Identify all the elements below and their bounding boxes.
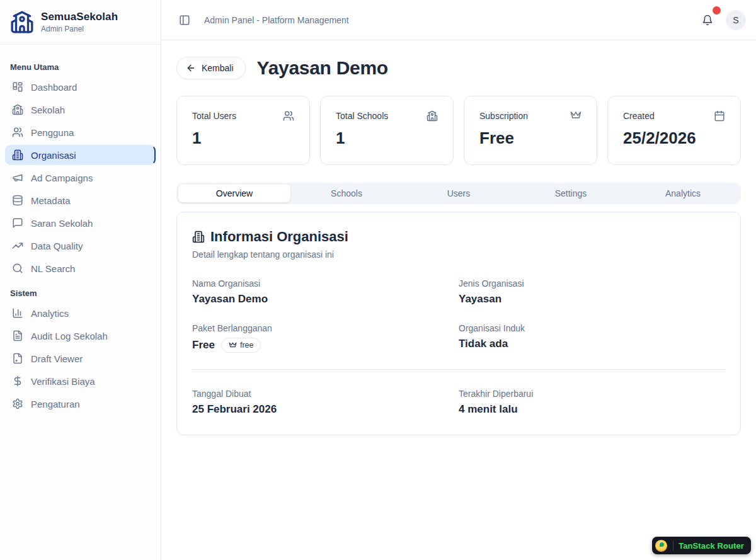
info-field-label: Paket Berlangganan <box>192 323 459 333</box>
bar-chart-icon <box>12 307 23 319</box>
stat-cards-row: Total Users 1 Total Schools 1 Subscripti… <box>176 96 741 165</box>
info-card-title: Informasi Organisasi <box>210 229 348 245</box>
info-field-label: Jenis Organisasi <box>459 278 725 289</box>
brand-subtitle: Admin Panel <box>41 25 118 33</box>
users-icon <box>12 127 23 138</box>
info-field-label: Nama Organisasi <box>192 278 459 289</box>
sidebar-section: Sistem Analytics Audit Log Sekolah Draft… <box>5 289 156 414</box>
info-field-paket-berlangganan: Paket Berlangganan Free free <box>192 323 459 353</box>
sidebar-header: SemuaSekolah Admin Panel <box>0 0 161 45</box>
database-icon <box>12 195 23 206</box>
sidebar-item-ad-campaigns[interactable]: Ad Campaigns <box>5 168 156 188</box>
plan-badge: free <box>221 338 261 353</box>
message-icon <box>12 217 23 229</box>
devtools-label: TanStack Router <box>679 541 744 551</box>
info-grid: Tanggal Dibuat 25 Februari 2026 Terakhir… <box>192 389 725 416</box>
notification-dot <box>713 6 721 14</box>
stat-value: 1 <box>192 129 294 148</box>
school-icon <box>427 110 438 122</box>
sidebar-item-pengaturan[interactable]: Pengaturan <box>5 394 156 414</box>
notifications-button[interactable] <box>698 11 717 30</box>
sidebar-item-sekolah[interactable]: Sekolah <box>5 100 156 120</box>
stat-value: Free <box>479 129 581 148</box>
back-button[interactable]: Kembali <box>176 57 246 79</box>
info-field-value: Free <box>192 339 215 351</box>
topbar: Admin Panel - Platform Management S <box>161 0 756 40</box>
sidebar-item-saran-sekolah[interactable]: Saran Sekolah <box>5 213 156 233</box>
stat-card-total-schools: Total Schools 1 <box>320 96 454 165</box>
sidebar-item-data-quality[interactable]: Data Quality <box>5 236 156 256</box>
gear-icon <box>12 398 23 409</box>
brand-name: SemuaSekolah <box>41 11 118 23</box>
brand-block: SemuaSekolah Admin Panel <box>41 11 118 33</box>
sidebar-nav: Menu Utama Dashboard Sekolah Pengguna Or… <box>0 45 161 424</box>
school-icon <box>12 104 23 115</box>
tab-users[interactable]: Users <box>403 185 515 202</box>
sidebar-item-pengguna[interactable]: Pengguna <box>5 122 156 142</box>
sidebar-section-label: Menu Utama <box>10 62 151 72</box>
info-divider <box>192 369 725 370</box>
info-field-jenis-organisasi: Jenis Organisasi Yayasan <box>459 278 725 306</box>
sidebar-item-verifikasi-biaya[interactable]: Verifikasi Biaya <box>5 371 156 391</box>
sidebar-item-nl-search[interactable]: NL Search <box>5 258 156 278</box>
stat-label: Created <box>623 111 655 121</box>
info-field-label: Terakhir Diperbarui <box>459 389 725 399</box>
crown-icon <box>229 341 237 350</box>
building-icon <box>12 149 23 161</box>
devtools-separator <box>673 541 673 551</box>
sidebar-section-label: Sistem <box>10 289 151 298</box>
stat-value: 1 <box>336 129 438 148</box>
info-field-value: 25 Februari 2026 <box>192 403 277 416</box>
crown-icon <box>570 110 581 122</box>
tab-analytics[interactable]: Analytics <box>627 185 739 202</box>
page-header: Kembali Yayasan Demo <box>176 57 741 79</box>
sidebar-item-dashboard[interactable]: Dashboard <box>5 77 156 97</box>
panel-left-icon <box>179 14 190 26</box>
info-field-tanggal-dibuat: Tanggal Dibuat 25 Februari 2026 <box>192 389 459 416</box>
sidebar-item-draft-viewer[interactable]: Draft Viewer <box>5 348 156 369</box>
sidebar-item-organisasi[interactable]: Organisasi <box>5 145 156 165</box>
tanstack-logo-icon <box>655 539 668 552</box>
info-field-value: Yayasan Demo <box>192 293 268 306</box>
app-root: SemuaSekolah Admin Panel Menu Utama Dash… <box>0 0 756 560</box>
dashboard-icon <box>12 81 23 93</box>
sidebar: SemuaSekolah Admin Panel Menu Utama Dash… <box>0 0 161 560</box>
organization-info-card: Informasi Organisasi Detail lengkap tent… <box>176 212 741 435</box>
page-title: Yayasan Demo <box>257 57 388 79</box>
arrow-left-icon <box>186 63 196 73</box>
sidebar-item-analytics[interactable]: Analytics <box>5 303 156 323</box>
sidebar-toggle-button[interactable] <box>176 12 193 28</box>
tab-overview[interactable]: Overview <box>178 185 290 202</box>
tabs-bar: OverviewSchoolsUsersSettingsAnalytics <box>176 183 741 204</box>
dollar-icon <box>12 375 23 387</box>
info-field-organisasi-induk: Organisasi Induk Tidak ada <box>459 323 725 353</box>
page-content: Kembali Yayasan Demo Total Users 1 Total… <box>161 40 756 452</box>
stat-label: Total Schools <box>336 111 388 121</box>
sidebar-section: Menu Utama Dashboard Sekolah Pengguna Or… <box>5 62 156 278</box>
info-field-label: Tanggal Dibuat <box>192 389 459 399</box>
user-avatar[interactable]: S <box>726 10 746 30</box>
tab-settings[interactable]: Settings <box>515 185 627 202</box>
tab-schools[interactable]: Schools <box>290 185 403 202</box>
school-logo-icon <box>10 10 34 34</box>
info-grid: Nama Organisasi Yayasan Demo Jenis Organ… <box>192 278 725 353</box>
info-field-terakhir-diperbarui: Terakhir Diperbarui 4 menit lalu <box>459 389 725 416</box>
calendar-icon <box>714 110 725 122</box>
sidebar-item-metadata[interactable]: Metadata <box>5 190 156 210</box>
stat-label: Total Users <box>192 111 236 121</box>
file-draft-icon <box>12 353 23 364</box>
main-column: Admin Panel - Platform Management S Kemb… <box>161 0 756 560</box>
trending-up-icon <box>12 240 23 251</box>
search-icon <box>12 263 23 274</box>
info-field-value: Yayasan <box>459 293 501 306</box>
plan-badge-label: free <box>240 341 254 350</box>
sidebar-section-items: Analytics Audit Log Sekolah Draft Viewer… <box>5 303 156 414</box>
stat-value: 25/2/2026 <box>623 129 725 148</box>
tanstack-devtools-badge[interactable]: TanStack Router <box>652 537 751 554</box>
megaphone-icon <box>12 172 23 183</box>
sidebar-section-items: Dashboard Sekolah Pengguna Organisasi Ad… <box>5 77 156 278</box>
bell-icon <box>702 14 713 26</box>
info-field-groups: Nama Organisasi Yayasan Demo Jenis Organ… <box>192 278 725 416</box>
sidebar-item-audit-log-sekolah[interactable]: Audit Log Sekolah <box>5 326 156 346</box>
info-field-value: Tidak ada <box>459 338 508 350</box>
